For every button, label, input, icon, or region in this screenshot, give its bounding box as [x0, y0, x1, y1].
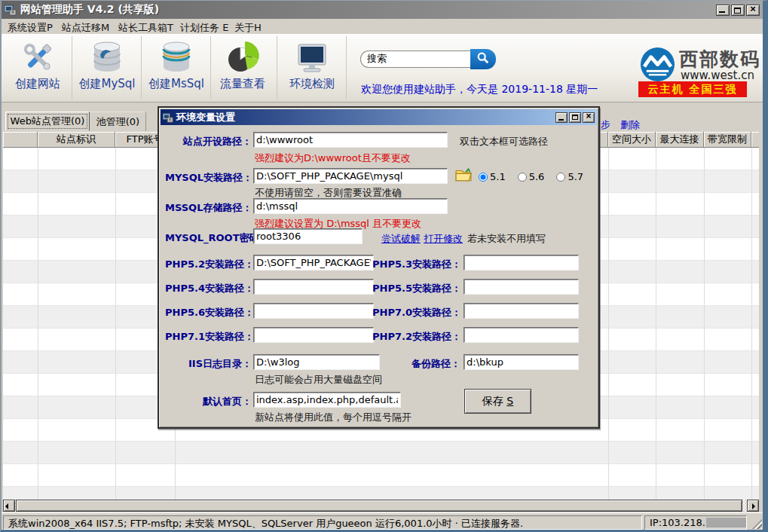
table-row[interactable]	[3, 442, 759, 464]
toolbar: 创建网站 创建MySql 创建MsSql 流量查看 环境检测	[2, 35, 763, 102]
toolbar-create-mysql-button[interactable]: 创建MySql	[73, 36, 142, 99]
dialog-close-button[interactable]: ×	[583, 112, 595, 123]
close-button[interactable]: ×	[746, 5, 760, 16]
php70-path-label: PHP7.0安装路径：	[372, 306, 460, 320]
backup-path-input[interactable]	[464, 354, 579, 370]
save-button-label: 保存	[482, 395, 506, 407]
tab-focus-rect	[8, 114, 87, 129]
dialog-minimize-button[interactable]	[555, 112, 568, 123]
brand-banner: 云主机 全国三强	[638, 81, 747, 97]
mysql-version-57-radio[interactable]	[556, 173, 565, 182]
grid-line	[608, 148, 609, 500]
mysql-version-radio-57[interactable]: 5.7	[556, 171, 583, 182]
mysql-root-password-input[interactable]	[253, 228, 363, 244]
toolbar-traffic-view-label: 流量查看	[209, 77, 277, 91]
crack-password-link[interactable]: 尝试破解	[381, 232, 421, 246]
grid-line	[751, 148, 752, 500]
menu-item-about[interactable]: 关于H	[234, 21, 262, 35]
php56-path-input[interactable]	[253, 303, 374, 319]
php71-path-input[interactable]	[253, 327, 374, 343]
toolbar-create-mysql-label: 创建MySql	[73, 77, 141, 91]
site-path-hint: 双击文本框可选路径	[460, 135, 548, 148]
php54-path-input[interactable]	[253, 279, 374, 295]
toolbar-create-site-button[interactable]: 创建网站	[4, 36, 72, 99]
app-icon	[5, 4, 17, 16]
scroll-left-arrow-icon	[5, 503, 8, 509]
grid-line	[115, 148, 116, 500]
table-header-cell-blank[interactable]	[3, 132, 38, 148]
minimize-button[interactable]	[716, 5, 730, 16]
iis-log-input[interactable]	[253, 354, 380, 370]
toolbar-create-mssql-button[interactable]: 创建MsSql	[142, 36, 211, 99]
dialog-maximize-icon	[572, 115, 578, 120]
tab-pool-management[interactable]: 池管理(0)	[90, 112, 146, 131]
php71-path-label: PHP7.1安装路径：	[165, 330, 252, 344]
menu-item-scheduled-tasks[interactable]: 计划任务 E	[180, 21, 228, 35]
mysql-version-51-radio[interactable]	[479, 173, 488, 182]
delete-link[interactable]: 删除	[620, 118, 640, 132]
dialog-title: 环境变量设置	[176, 111, 235, 124]
minimize-icon	[719, 11, 725, 13]
mysql-version-radio-group: 5.1 5.6 5.7	[479, 171, 583, 182]
save-button-accesskey: S	[506, 395, 513, 407]
default-doc-input[interactable]	[253, 392, 401, 408]
table-row[interactable]	[3, 487, 759, 500]
ip-text: IP:103.218.	[650, 517, 705, 528]
site-path-input[interactable]	[253, 132, 448, 148]
php70-path-input[interactable]	[464, 303, 579, 319]
maximize-button[interactable]	[731, 5, 745, 16]
table-header-cell-bandwidth-limit[interactable]: 带宽限制	[704, 132, 751, 148]
grid-line	[38, 148, 38, 500]
dialog-minimize-icon	[558, 119, 564, 121]
mysql-root-note: 若未安装不用填写	[467, 232, 546, 246]
grid-line	[656, 148, 656, 500]
table-row[interactable]	[3, 464, 759, 487]
php52-path-input[interactable]	[253, 255, 374, 271]
horizontal-scrollbar-thumb[interactable]	[16, 500, 742, 512]
resize-grip[interactable]	[752, 519, 762, 529]
toolbar-env-check-button[interactable]: 环境检测	[278, 36, 347, 99]
horizontal-scrollbar[interactable]	[3, 500, 759, 512]
table-header-cell-site-id[interactable]: 站点标识	[38, 132, 115, 148]
tab-web-site-management[interactable]: Web站点管理(0)	[5, 112, 90, 131]
mysql-path-input[interactable]	[253, 168, 448, 184]
scroll-left-button[interactable]	[3, 500, 15, 512]
php55-path-input[interactable]	[464, 279, 579, 295]
ip-redaction	[706, 518, 747, 527]
mysql-version-57-label: 5.7	[568, 171, 583, 182]
menu-item-webmaster-toolbox[interactable]: 站长工具箱T	[118, 21, 173, 35]
open-folder-icon[interactable]	[455, 168, 472, 182]
php52-path-label: PHP5.2安装路径：	[165, 258, 252, 271]
toolbar-traffic-view-button[interactable]: 流量查看	[209, 36, 277, 99]
dialog-title-bar: 环境变量设置 ×	[161, 109, 597, 125]
mssql-database-icon	[158, 39, 194, 75]
mysql-version-56-label: 5.6	[529, 171, 545, 182]
ip-panel: IP:103.218.	[644, 515, 747, 530]
scroll-right-button[interactable]	[747, 500, 759, 512]
modify-password-link[interactable]: 打开修改	[424, 232, 463, 246]
php72-path-input[interactable]	[464, 327, 579, 343]
iis-log-label: IIS日志目录：	[165, 357, 252, 371]
mysql-database-icon	[89, 39, 125, 75]
dialog-maximize-button[interactable]	[569, 112, 581, 123]
search-input[interactable]	[367, 54, 465, 65]
menu-item-system-settings[interactable]: 系统设置P	[8, 21, 53, 35]
brand-url[interactable]: www.west.cn	[681, 69, 754, 82]
search-button[interactable]	[470, 49, 496, 69]
mysql-version-radio-51[interactable]: 5.1	[479, 171, 506, 182]
toolbar-create-mssql-label: 创建MsSql	[142, 77, 210, 91]
menu-item-site-migration[interactable]: 站点迁移M	[62, 21, 109, 35]
site-path-label: 站点开设路径：	[165, 135, 252, 148]
mysql-version-56-radio[interactable]	[518, 173, 527, 182]
table-header-cell-space-size[interactable]: 空间大小	[608, 132, 656, 148]
mssql-path-input[interactable]	[253, 198, 448, 214]
php53-path-input[interactable]	[464, 255, 579, 271]
php53-path-label: PHP5.3安装路径：	[372, 258, 460, 271]
tab-pool-management-label: 池管理(0)	[96, 116, 139, 127]
site-path-warning: 强烈建议为D:\wwwroot且不要更改	[255, 151, 411, 165]
sync-link-partial[interactable]: 步	[601, 118, 610, 132]
table-header-cell-max-connections[interactable]: 最大连接	[656, 132, 704, 148]
save-button[interactable]: 保存 S	[464, 389, 531, 414]
mysql-version-radio-56[interactable]: 5.6	[518, 171, 545, 182]
pie-chart-icon	[225, 39, 261, 75]
